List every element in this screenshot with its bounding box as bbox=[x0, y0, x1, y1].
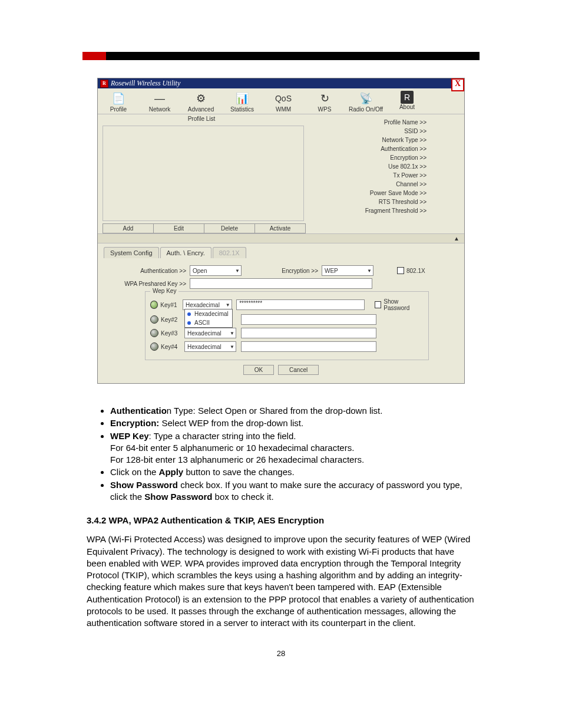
key3-mode: Hexadecimal bbox=[187, 330, 222, 337]
tool-label: WPS bbox=[304, 106, 345, 113]
tab-8021x[interactable]: 802.1X bbox=[213, 247, 246, 258]
key2-radio[interactable] bbox=[150, 315, 158, 324]
wep-key-row-4: Key#4 Hexadecimal ▼ bbox=[150, 341, 424, 352]
detail-auth: Authentication >> bbox=[308, 144, 462, 153]
key4-mode: Hexadecimal bbox=[187, 344, 222, 350]
key4-mode-dropdown[interactable]: Hexadecimal ▼ bbox=[184, 341, 236, 352]
detail-ssid: SSID >> bbox=[308, 127, 462, 136]
encryption-label: Encryption >> bbox=[271, 268, 322, 274]
menu-item-hex[interactable]: Hexadecimal bbox=[185, 309, 232, 318]
8021x-checkbox[interactable] bbox=[397, 267, 404, 274]
key3-label: Key#3 bbox=[161, 330, 184, 337]
tool-label: WMM bbox=[263, 106, 304, 113]
wireless-utility-window: R Rosewill Wireless Utility X 📄 Profile … bbox=[97, 78, 465, 384]
gear-icon: ⚙ bbox=[180, 91, 222, 106]
bullet-wep-key: WEP Key: Type a character string into th… bbox=[110, 430, 475, 466]
window-title: Rosewill Wireless Utility bbox=[111, 79, 180, 88]
tool-label: Profile bbox=[98, 106, 139, 113]
profile-list[interactable] bbox=[103, 126, 304, 221]
show-password-label: Show Password bbox=[384, 298, 424, 311]
key2-label: Key#2 bbox=[161, 317, 184, 323]
tool-label: Radio On/Off bbox=[345, 106, 386, 113]
tool-about[interactable]: R About bbox=[386, 91, 428, 113]
tool-radio[interactable]: 📡 Radio On/Off bbox=[345, 91, 386, 113]
wpa-psk-input[interactable] bbox=[190, 278, 372, 289]
detail-txpower: Tx Power >> bbox=[308, 171, 462, 180]
edit-button[interactable]: Edit bbox=[153, 223, 204, 233]
detail-use8021x: Use 802.1x >> bbox=[308, 162, 462, 171]
auth-form: Authentication >> Open ▼ Encryption >> W… bbox=[98, 258, 464, 383]
key3-radio[interactable] bbox=[150, 329, 158, 337]
tab-system-config[interactable]: System Config bbox=[104, 247, 159, 258]
app-logo-icon: R bbox=[100, 80, 108, 88]
activate-button[interactable]: Activate bbox=[254, 223, 306, 233]
detail-profile-name: Profile Name >> bbox=[308, 118, 462, 127]
wep-key-legend: Wep Key bbox=[150, 288, 178, 294]
bullet-icon bbox=[187, 312, 191, 316]
bullet-auth-type: Authentication Type: Select Open or Shar… bbox=[110, 405, 475, 417]
profile-details: Profile Name >> SSID >> Network Type >> … bbox=[305, 114, 464, 233]
statistics-icon: 📊 bbox=[222, 91, 263, 106]
collapse-toggle[interactable]: ▲ bbox=[98, 233, 464, 243]
chevron-down-icon: ▼ bbox=[235, 268, 240, 274]
auth-dropdown[interactable]: Open ▼ bbox=[190, 265, 242, 276]
wps-icon: ↻ bbox=[304, 91, 345, 106]
key-mode-menu[interactable]: Hexadecimal ASCII bbox=[184, 309, 233, 328]
bullet-encryption: Encryption: Select WEP from the drop-dow… bbox=[110, 417, 475, 429]
delete-button[interactable]: Delete bbox=[204, 223, 255, 233]
tool-advanced[interactable]: ⚙ Advanced bbox=[180, 91, 222, 113]
radio-icon: 📡 bbox=[345, 91, 386, 106]
ok-button[interactable]: OK bbox=[243, 365, 274, 375]
tab-auth-encry[interactable]: Auth. \ Encry. bbox=[160, 247, 211, 258]
window-titlebar: R Rosewill Wireless Utility X bbox=[98, 78, 464, 88]
tool-network[interactable]: — Network bbox=[139, 91, 180, 113]
wep-key-fieldset: Wep Key Key#1 Hexadecimal ▼ ********** S… bbox=[145, 291, 429, 360]
tool-wmm[interactable]: QoS WMM bbox=[263, 91, 304, 113]
section-paragraph: WPA (Wi-Fi Protected Access) was designe… bbox=[87, 533, 475, 629]
cancel-button[interactable]: Cancel bbox=[278, 365, 319, 375]
page-number: 28 bbox=[0, 649, 562, 658]
bullet-apply: Click on the Apply button to save the ch… bbox=[110, 466, 475, 478]
8021x-label: 802.1X bbox=[406, 268, 425, 274]
wpa-psk-label: WPA Preshared Key >> bbox=[110, 281, 190, 287]
tool-label: Advanced bbox=[180, 106, 222, 113]
tool-label: Network bbox=[139, 106, 180, 113]
detail-channel: Channel >> bbox=[308, 180, 462, 189]
key1-mode: Hexadecimal bbox=[186, 302, 220, 308]
profile-list-header: Profile List bbox=[98, 114, 305, 123]
key1-input[interactable]: ********** bbox=[236, 299, 365, 310]
detail-psm: Power Save Mode >> bbox=[308, 189, 462, 197]
chevron-down-icon: ▼ bbox=[230, 344, 234, 350]
close-button[interactable]: X bbox=[451, 78, 464, 91]
chevron-down-icon: ▼ bbox=[367, 268, 372, 274]
chevron-down-icon: ▼ bbox=[230, 331, 234, 336]
chevron-down-icon: ▼ bbox=[226, 302, 230, 308]
tool-statistics[interactable]: 📊 Statistics bbox=[222, 91, 263, 113]
detail-frag: Fragment Threshold >> bbox=[308, 206, 462, 215]
key1-radio[interactable] bbox=[150, 301, 158, 309]
auth-value: Open bbox=[193, 268, 207, 274]
network-icon: — bbox=[139, 91, 180, 106]
tool-label: About bbox=[386, 104, 428, 110]
tool-wps[interactable]: ↻ WPS bbox=[304, 91, 345, 113]
key3-input[interactable] bbox=[241, 328, 376, 338]
bullet-show-password: Show Password check box. If you want to … bbox=[110, 479, 475, 503]
qos-icon: QoS bbox=[263, 91, 304, 106]
document-body: Authentication Type: Select Open or Shar… bbox=[87, 405, 475, 629]
key4-input[interactable] bbox=[241, 341, 376, 352]
show-password-checkbox[interactable] bbox=[375, 301, 381, 308]
key3-mode-dropdown[interactable]: Hexadecimal ▼ bbox=[184, 328, 236, 338]
detail-encryption: Encryption >> bbox=[308, 153, 462, 162]
doc-header-bar bbox=[82, 52, 480, 60]
wep-key-row-3: Key#3 Hexadecimal ▼ bbox=[150, 328, 424, 338]
section-heading-342: 3.4.2 WPA, WPA2 Authentication & TKIP, A… bbox=[87, 515, 475, 526]
key2-input[interactable] bbox=[241, 314, 376, 325]
tool-profile[interactable]: 📄 Profile bbox=[98, 91, 139, 113]
encryption-dropdown[interactable]: WEP ▼ bbox=[322, 265, 373, 276]
add-button[interactable]: Add bbox=[103, 223, 154, 233]
key4-radio[interactable] bbox=[150, 342, 158, 351]
tool-label: Statistics bbox=[222, 106, 263, 113]
auth-label: Authentication >> bbox=[110, 268, 190, 274]
menu-item-ascii[interactable]: ASCII bbox=[185, 318, 232, 327]
encryption-value: WEP bbox=[325, 268, 338, 274]
